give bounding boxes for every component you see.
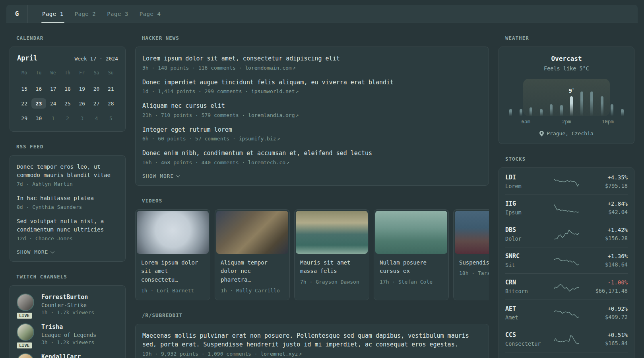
video-title[interactable]: Mauris sit amet massa felis (300, 259, 363, 276)
nav-tab[interactable]: Page 4 (134, 5, 167, 23)
twitch-channel-name[interactable]: KendallCarr (41, 353, 81, 358)
hackernews-item-title[interactable]: Lorem ipsum dolor sit amet, consectetur … (142, 54, 482, 63)
avatar[interactable] (17, 294, 34, 311)
weather-feels-like: Feels like 5°C (506, 65, 627, 72)
hackernews-item-title[interactable]: Donec enim nibh, condimentum et accumsan… (142, 149, 482, 158)
calendar-day: 18 (60, 84, 75, 94)
weather-hour-bar (621, 109, 624, 116)
hackernews-item-meta: 16h · 468 points · 440 comments · loremt… (142, 160, 482, 165)
hackernews-item-title[interactable]: Donec imperdiet augue tincidunt felis al… (142, 78, 482, 87)
stock-name: Ipsum (505, 209, 554, 216)
video-thumbnail[interactable] (216, 211, 288, 254)
rss-show-more-button[interactable]: SHOW MORE (17, 249, 54, 255)
hackernews-item-domain-link[interactable]: loremlandia.org (248, 112, 295, 118)
calendar-month: April (17, 54, 37, 62)
weather-hour-bar (540, 109, 543, 116)
video-card[interactable]: Mauris sit amet massa felis 7h · Grayson… (294, 209, 369, 300)
rss-item-meta: 8d · Cynthia Saunders (17, 204, 118, 210)
video-thumbnail[interactable] (455, 211, 489, 254)
stock-sparkline (554, 333, 579, 345)
stock-ticker[interactable]: CCS (505, 331, 554, 339)
stock-row[interactable]: IIG Ipsum +2.84% $42.04 (505, 195, 628, 221)
stock-row[interactable]: DBS Dolor +1.42% $156.28 (505, 221, 628, 247)
rss-item-title[interactable]: In hac habitasse platea (17, 194, 118, 202)
nav-tab[interactable]: Page 2 (69, 5, 102, 23)
video-card[interactable]: Suspendisse diam 18h · Tara (453, 209, 489, 300)
stock-name: Amet (505, 314, 554, 321)
calendar-day: 30 (31, 113, 46, 123)
subreddit-post-title[interactable]: Maecenas mollis pulvinar erat non posuer… (142, 331, 482, 349)
weather-section-title: WEATHER (499, 35, 634, 41)
subreddit-section: /R/SUBREDDIT Maecenas mollis pulvinar er… (135, 312, 489, 358)
stock-ticker[interactable]: SNRC (505, 253, 554, 260)
avatar-wrap: LIVE (17, 294, 35, 315)
hackernews-item: Lorem ipsum dolor sit amet, consectetur … (142, 54, 482, 71)
chevron-down-icon (177, 173, 180, 177)
stock-ticker[interactable]: IIG (505, 200, 554, 207)
stock-row[interactable]: CCS Consectetur +0.51% $165.84 (505, 326, 628, 352)
stock-row[interactable]: SNRC Sit +1.36% $148.64 (505, 247, 628, 273)
stock-ticker[interactable]: LDI (505, 174, 554, 181)
rss-item: Donec tempor eros leo, ut commodo mauris… (17, 163, 118, 187)
video-title[interactable]: Lorem ipsum dolor sit amet consectetu… (141, 259, 204, 284)
stock-sparkline (554, 307, 579, 319)
stock-ticker[interactable]: AET (505, 305, 554, 312)
twitch-channel-game[interactable]: Counter-Strike (41, 302, 94, 308)
stock-ticker[interactable]: DBS (505, 226, 554, 233)
hackernews-item-domain-link[interactable]: loremdomain.com (245, 65, 291, 71)
stock-change: +4.35% (579, 174, 628, 181)
video-card[interactable]: Nullam posuere cursus ex 17h · Stefan Co… (374, 209, 449, 300)
video-title[interactable]: Aliquam tempor dolor nec pharetra… (221, 259, 284, 284)
hackernews-item: Donec imperdiet augue tincidunt felis al… (142, 78, 482, 95)
stock-row[interactable]: LDI Lorem +4.35% $795.18 (505, 169, 628, 195)
hackernews-item-domain-link[interactable]: loremtech.co (248, 160, 285, 165)
stocks-section: STOCKS LDI Lorem +4.35% $795.18 (499, 156, 634, 358)
avatar[interactable] (17, 353, 34, 358)
calendar-day: 15 (17, 84, 31, 94)
twitch-channel-name[interactable]: Trisha (41, 323, 96, 331)
weekday-label: Tu (31, 70, 46, 76)
rss-item-title[interactable]: Sed volutpat nulla nisl, a condimentum n… (17, 217, 118, 234)
hackernews-item-meta: 1d · 1,414 points · 299 comments · ipsum… (142, 88, 482, 94)
twitch-section-title: TWITCH CHANNELS (10, 274, 126, 280)
weekday-label: Mo (17, 70, 31, 76)
stock-change: +0.51% (579, 332, 628, 338)
weather-location: Prague, Czechia (506, 130, 627, 136)
video-title[interactable]: Nullam posuere cursus ex (380, 259, 443, 276)
nav-tab[interactable]: Page 3 (101, 5, 134, 23)
video-title[interactable]: Suspendisse diam (459, 259, 489, 267)
video-card[interactable]: Lorem ipsum dolor sit amet consectetu… 1… (135, 209, 210, 300)
videos-row: Lorem ipsum dolor sit amet consectetu… 1… (135, 209, 489, 300)
live-badge: LIVE (16, 342, 33, 349)
stock-ticker[interactable]: CRN (505, 279, 554, 286)
nav-tab[interactable]: Page 1 (37, 5, 69, 23)
meta-text: 16h · 468 points · 440 comments · (142, 160, 248, 165)
video-card[interactable]: Aliquam tempor dolor nec pharetra… 1h · … (215, 209, 290, 300)
subreddit-post-domain-link[interactable]: loremnet.xyz (260, 351, 298, 357)
stock-change: +1.42% (579, 227, 628, 233)
hackernews-item-domain-link[interactable]: ipsumify.biz (239, 136, 276, 142)
stock-sparkline (554, 255, 579, 267)
stock-price: $148.64 (579, 261, 628, 268)
stock-row[interactable]: AET Amet +0.92% $499.72 (505, 300, 628, 326)
stock-row[interactable]: CRN Bitcorn -1.00% $66,171.48 (505, 273, 628, 300)
stock-row[interactable]: AHS +0.46% (505, 352, 628, 358)
rss-item-title[interactable]: Donec tempor eros leo, ut commodo mauris… (17, 163, 118, 179)
calendar-weekday-row: MoTuWeThFrSaSu (17, 70, 118, 76)
right-column: WEATHER Overcast Feels like 5°C (499, 31, 634, 358)
twitch-channel-name[interactable]: ForrestBurton (41, 294, 94, 301)
video-thumbnail[interactable] (296, 211, 368, 254)
hackernews-item-title[interactable]: Integer eget rutrum lorem (142, 125, 482, 134)
hackernews-item-domain-link[interactable]: ipsumworld.net (251, 88, 295, 94)
rss-item-meta: 7d · Ashlyn Martin (17, 181, 118, 187)
avatar[interactable] (17, 323, 34, 341)
calendar-day: 23 (31, 98, 46, 109)
video-thumbnail[interactable] (375, 211, 447, 254)
stock-change: +2.84% (579, 200, 628, 207)
avatar-wrap (17, 353, 35, 358)
hackernews-show-more-button[interactable]: SHOW MORE (142, 173, 180, 179)
hackernews-item-title[interactable]: Aliquam nec cursus elit (142, 101, 482, 111)
twitch-channel-game[interactable]: League of Legends (41, 332, 96, 338)
video-thumbnail[interactable] (137, 211, 209, 254)
weekday-label: Th (60, 70, 75, 76)
